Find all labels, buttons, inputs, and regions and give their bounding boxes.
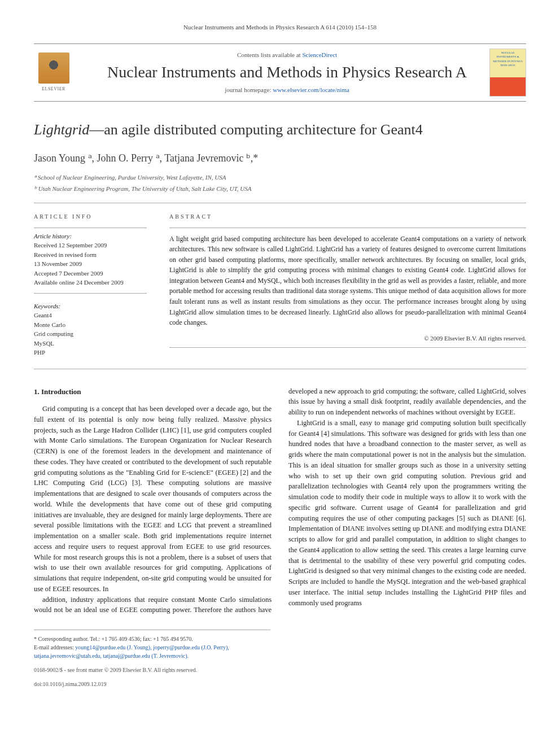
journal-name: Nuclear Instruments and Methods in Physi… bbox=[85, 63, 489, 82]
email-addresses: E-mail addresses: young14@purdue.edu (J.… bbox=[34, 643, 270, 660]
article-info-label: ARTICLE INFO bbox=[34, 212, 147, 221]
elsevier-tree-icon bbox=[38, 53, 69, 84]
journal-center: Contents lists available at ScienceDirec… bbox=[85, 50, 489, 95]
body-text: 1. Introduction Grid computing is a conc… bbox=[34, 386, 526, 616]
info-abstract-row: ARTICLE INFO Article history: Received 1… bbox=[34, 212, 526, 357]
history-line: Received in revised form bbox=[34, 250, 147, 260]
homepage-prefix: journal homepage: bbox=[225, 86, 273, 93]
keyword: Monte Carlo bbox=[34, 320, 147, 330]
contents-available: Contents lists available at ScienceDirec… bbox=[85, 50, 489, 60]
history-label: Article history: bbox=[34, 231, 147, 241]
divider bbox=[169, 228, 526, 228]
history-line: 13 November 2009 bbox=[34, 259, 147, 269]
keyword: PHP bbox=[34, 348, 147, 357]
abstract-column: ABSTRACT A light weight grid based compu… bbox=[169, 212, 526, 357]
body-paragraph: Grid computing is a concept that has bee… bbox=[34, 404, 272, 595]
history-line: Received 12 September 2009 bbox=[34, 241, 147, 250]
authors: Jason Young ᵃ, John O. Perry ᵃ, Tatjana … bbox=[34, 151, 526, 166]
affiliation-a: ᵃ School of Nuclear Engineering, Purdue … bbox=[34, 173, 526, 182]
title-rest: —an agile distributed computing architec… bbox=[89, 121, 423, 138]
divider bbox=[34, 228, 147, 228]
history-line: Accepted 7 December 2009 bbox=[34, 269, 147, 278]
journal-homepage: journal homepage: www.elsevier.com/locat… bbox=[85, 85, 489, 95]
divider bbox=[34, 369, 526, 369]
running-header: Nuclear Instruments and Methods in Physi… bbox=[34, 23, 526, 32]
elsevier-label: ELSEVIER bbox=[42, 86, 65, 93]
homepage-link[interactable]: www.elsevier.com/locate/nima bbox=[273, 86, 349, 93]
issn-line: 0168-9002/$ - see front matter © 2009 El… bbox=[34, 666, 526, 674]
doi-line: doi:10.1016/j.nima.2009.12.019 bbox=[34, 680, 526, 688]
abstract-text: A light weight grid based computing arch… bbox=[169, 234, 526, 328]
section-heading-introduction: 1. Introduction bbox=[34, 386, 272, 397]
email-label: E-mail addresses: bbox=[34, 644, 75, 650]
sciencedirect-link[interactable]: ScienceDirect bbox=[302, 51, 337, 58]
divider bbox=[34, 203, 526, 203]
affiliation-b: ᵇ Utah Nuclear Engineering Program, The … bbox=[34, 184, 526, 194]
keyword: Grid computing bbox=[34, 329, 147, 339]
history-line: Available online 24 December 2009 bbox=[34, 278, 147, 287]
title-italic-part: Lightgrid bbox=[34, 121, 89, 138]
divider bbox=[34, 293, 147, 294]
corresponding-author: * Corresponding author. Tel.: +1 765 409… bbox=[34, 635, 270, 643]
keywords-label: Keywords: bbox=[34, 302, 147, 311]
elsevier-logo: ELSEVIER bbox=[34, 50, 73, 95]
journal-header-box: ELSEVIER Contents lists available at Sci… bbox=[34, 43, 526, 102]
abstract-copyright: © 2009 Elsevier B.V. All rights reserved… bbox=[169, 334, 526, 343]
keyword: Geant4 bbox=[34, 311, 147, 320]
article-info-column: ARTICLE INFO Article history: Received 1… bbox=[34, 212, 147, 357]
divider bbox=[169, 347, 526, 348]
keyword: MySQL bbox=[34, 339, 147, 348]
journal-cover-thumbnail: NUCLEAR INSTRUMENTS & METHODS IN PHYSICS… bbox=[489, 49, 526, 97]
article-title: Lightgrid—an agile distributed computing… bbox=[34, 119, 526, 141]
footnote-block: * Corresponding author. Tel.: +1 765 409… bbox=[34, 630, 270, 660]
abstract-label: ABSTRACT bbox=[169, 212, 526, 221]
contents-prefix: Contents lists available at bbox=[237, 51, 302, 58]
body-paragraph: LightGrid is a small, easy to manage gri… bbox=[288, 418, 526, 609]
